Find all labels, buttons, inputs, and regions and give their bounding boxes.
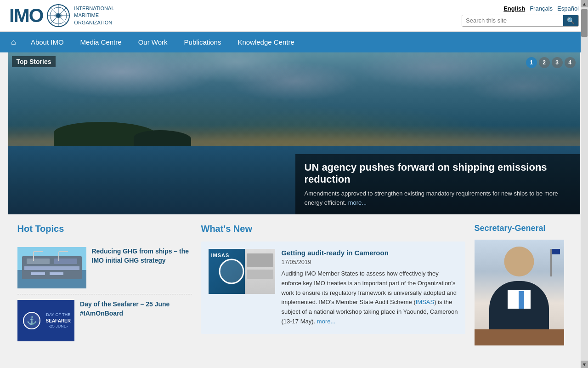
sg-head — [504, 247, 534, 276]
top-stories-label: Top Stories — [12, 56, 56, 67]
news-item-inner: IMSAS Getting audit-ready in Cameroon 17… — [209, 249, 458, 327]
hero-more-link[interactable]: more... — [348, 199, 367, 206]
seafarer-text-block: DAY OF THE SEAFARER -25 JUNE- — [46, 312, 71, 329]
hot-topics-heading: Hot Topics — [17, 224, 192, 234]
news-thumb-right — [245, 249, 275, 294]
hot-topic-thumb-ships — [17, 247, 86, 288]
news-thumb: IMSAS — [209, 249, 275, 294]
thumb-table — [247, 253, 273, 267]
story-dot-4[interactable]: 4 — [565, 57, 576, 68]
story-dots: 1 2 3 4 — [526, 57, 576, 68]
scrollbar: ▲ ▼ — [581, 0, 588, 356]
news-thumb-circle — [219, 259, 244, 284]
sg-flag — [550, 249, 560, 276]
search-button[interactable]: 🔍 — [563, 15, 578, 26]
news-title[interactable]: Getting audit-ready in Cameroon — [282, 249, 458, 257]
hot-topic-item-seafarer: ⚓ DAY OF THE SEAFARER -25 JUNE- Day of t… — [17, 294, 192, 347]
scroll-thumb[interactable] — [581, 9, 588, 37]
sg-heading: Secretary-General — [475, 224, 571, 233]
hero-description: Amendments approved to strengthen existi… — [305, 189, 571, 207]
sg-tie — [519, 291, 524, 309]
hero-caption: UN agency pushes forward on shipping emi… — [295, 154, 580, 214]
sg-desk — [475, 329, 564, 345]
news-more-link[interactable]: more... — [317, 318, 335, 325]
hot-topic-title-seafarer[interactable]: Day of the Seafarer – 25 June #IAmOnBoar… — [80, 300, 192, 318]
hot-topic-text-ghg: Reducing GHG from ships – the IMO initia… — [92, 247, 192, 267]
search-bar: 🔍 — [462, 15, 579, 27]
francais-link[interactable]: Français — [530, 5, 553, 12]
story-dot-1[interactable]: 1 — [526, 57, 537, 68]
svg-rect-10 — [50, 272, 63, 275]
nav-bar: ⌂ About IMO Media Centre Our Work Public… — [0, 32, 588, 52]
imo-letters: IMO — [9, 6, 43, 25]
imsas-link[interactable]: IMSAS — [416, 299, 434, 305]
hero-island2 — [134, 130, 191, 146]
whats-new-section: What's New IMSAS — [201, 224, 465, 347]
nav-knowledge[interactable]: Knowledge Centre — [229, 32, 302, 52]
svg-rect-9 — [31, 272, 45, 275]
news-body: Getting audit-ready in Cameroon 17/05/20… — [282, 249, 458, 327]
logo-org-text: INTERNATIONAL MARITIME ORGANIZATION — [74, 5, 114, 26]
news-item-cameroon: IMSAS Getting audit-ready in Cameroon 17… — [201, 242, 465, 334]
seafarer-icon: ⚓ — [23, 312, 40, 329]
story-dot-2[interactable]: 2 — [539, 57, 550, 68]
sg-photo — [475, 240, 564, 345]
thumb-chairs — [247, 270, 273, 279]
svg-rect-7 — [54, 259, 77, 264]
imo-logo: IMO INTERNATIONAL MARITIME ORGANIZATION — [9, 4, 114, 28]
nav-media[interactable]: Media Centre — [72, 32, 130, 52]
hero-banner: Top Stories 1 2 3 4 UN agency pushes for… — [8, 52, 580, 214]
hot-topic-text-seafarer: Day of the Seafarer – 25 June #IAmOnBoar… — [80, 300, 192, 320]
nav-ourwork[interactable]: Our Work — [130, 32, 176, 52]
top-right: English Français Español 🔍 — [462, 5, 579, 27]
svg-rect-6 — [27, 259, 50, 264]
nav-publications[interactable]: Publications — [176, 32, 230, 52]
top-bar: IMO INTERNATIONAL MARITIME ORGANIZATION … — [0, 0, 588, 32]
nav-about[interactable]: About IMO — [23, 32, 72, 52]
secretary-general-section: Secretary-General — [475, 224, 571, 347]
english-link[interactable]: English — [503, 5, 525, 12]
hot-topics-section: Hot Topics — [17, 224, 192, 347]
espanol-link[interactable]: Español — [557, 5, 579, 12]
hot-topic-thumb-seafarer: ⚓ DAY OF THE SEAFARER -25 JUNE- — [17, 300, 75, 341]
hero-title: UN agency pushes forward on shipping emi… — [305, 161, 571, 185]
language-links: English Français Español — [503, 5, 579, 12]
news-date: 17/05/2019 — [282, 259, 458, 265]
whats-new-heading: What's New — [201, 224, 465, 234]
story-dot-3[interactable]: 3 — [552, 57, 563, 68]
scroll-up-arrow[interactable]: ▲ — [581, 0, 588, 7]
search-input[interactable] — [462, 15, 563, 26]
imo-emblem — [46, 4, 70, 28]
hot-topic-item-ghg: Reducing GHG from ships – the IMO initia… — [17, 242, 192, 294]
main-content: Hot Topics — [8, 214, 580, 356]
news-text: Auditing IMO Member States to assess how… — [282, 269, 458, 327]
ships-image — [17, 247, 86, 288]
home-icon[interactable]: ⌂ — [5, 32, 23, 52]
imsas-label: IMSAS — [211, 253, 230, 258]
svg-rect-8 — [24, 266, 79, 270]
hot-topic-title-ghg[interactable]: Reducing GHG from ships – the IMO initia… — [92, 247, 192, 265]
